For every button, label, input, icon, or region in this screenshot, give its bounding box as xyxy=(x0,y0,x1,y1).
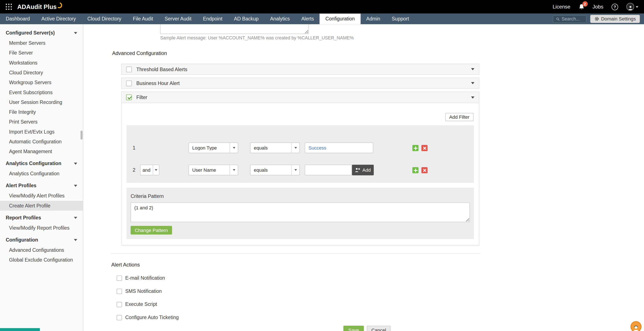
accordion-filter[interactable]: Filter xyxy=(122,92,479,103)
add-value-button[interactable]: Add xyxy=(352,165,374,175)
tab-file-audit[interactable]: File Audit xyxy=(127,14,159,24)
advanced-configuration-title: Advanced Configuration xyxy=(112,50,167,56)
auto-ticketing-checkbox[interactable] xyxy=(116,315,122,320)
accordion-business-hour-alert[interactable]: Business Hour Alert xyxy=(121,77,480,89)
notifications-button[interactable]: 2 xyxy=(578,3,584,10)
tab-configuration[interactable]: Configuration xyxy=(320,14,360,24)
user-menu[interactable] xyxy=(626,3,638,11)
chevron-down-icon xyxy=(153,165,159,175)
filter-value-input[interactable] xyxy=(305,142,373,153)
sidebar-item-agent-management[interactable]: Agent Management xyxy=(0,147,83,156)
alert-action-execute-script[interactable]: Execute Script xyxy=(116,301,157,307)
remove-condition-button[interactable] xyxy=(421,145,428,151)
email-notification-checkbox[interactable] xyxy=(116,275,122,281)
main-content: Sample Alert message: User %ACCOUNT_NAME… xyxy=(83,24,644,331)
sidebar-scrollbar-thumb[interactable] xyxy=(80,131,83,139)
domain-settings-button[interactable]: Domain Settings xyxy=(590,15,640,23)
add-condition-button[interactable] xyxy=(412,167,418,173)
person-icon xyxy=(628,5,633,10)
tab-cloud-directory[interactable]: Cloud Directory xyxy=(82,14,127,24)
sidebar: Configured Server(s) Member Servers File… xyxy=(0,24,83,331)
chevron-down-icon xyxy=(471,82,474,84)
operator-select[interactable]: equals xyxy=(250,165,300,175)
threshold-alerts-checkbox[interactable] xyxy=(126,66,132,72)
alert-message-textarea[interactable] xyxy=(160,24,309,34)
execute-script-checkbox[interactable] xyxy=(116,302,122,307)
sidebar-section-analytics-configuration[interactable]: Analytics Configuration xyxy=(0,157,83,169)
sidebar-item-workstations[interactable]: Workstations xyxy=(0,58,83,68)
field-select[interactable]: User Name xyxy=(188,165,238,175)
search-box[interactable] xyxy=(552,15,586,23)
sidebar-item-advanced-configurations[interactable]: Advanced Configurations xyxy=(0,245,83,255)
cancel-button[interactable]: Cancel xyxy=(367,326,390,331)
sidebar-item-member-servers[interactable]: Member Servers xyxy=(0,38,83,48)
add-filter-button[interactable]: Add Filter xyxy=(445,113,474,121)
sidebar-item-file-server[interactable]: File Server xyxy=(0,48,83,58)
field-select[interactable]: Logon Type xyxy=(188,142,238,153)
support-chat-button[interactable] xyxy=(630,321,642,331)
sidebar-item-analytics-configuration[interactable]: Analytics Configuration xyxy=(0,169,83,179)
sidebar-item-print-servers[interactable]: Print Servers xyxy=(0,117,83,127)
app-launcher-icon[interactable] xyxy=(6,3,12,10)
change-pattern-button[interactable]: Change Pattern xyxy=(131,226,172,234)
add-value-label: Add xyxy=(362,168,370,173)
help-button[interactable]: ? xyxy=(612,3,618,10)
tab-admin[interactable]: Admin xyxy=(360,14,386,24)
section-divider xyxy=(111,254,480,254)
chevron-down-icon xyxy=(471,68,474,70)
notification-badge: 2 xyxy=(582,1,588,6)
remove-condition-button[interactable] xyxy=(421,167,428,173)
tab-alerts[interactable]: Alerts xyxy=(296,14,320,24)
search-input[interactable] xyxy=(562,16,583,21)
sidebar-section-configuration[interactable]: Configuration xyxy=(0,233,83,245)
tab-analytics[interactable]: Analytics xyxy=(264,14,296,24)
alert-action-auto-ticketing[interactable]: Configure Auto Ticketing xyxy=(116,315,178,320)
sms-notification-checkbox[interactable] xyxy=(116,288,122,294)
tab-active-directory[interactable]: Active Directory xyxy=(36,14,82,24)
sidebar-item-view-modify-alert-profiles[interactable]: View/Modify Alert Profiles xyxy=(0,191,83,201)
criteria-pattern-textarea[interactable]: (1 and 2) xyxy=(131,203,470,222)
sidebar-section-alert-profiles[interactable]: Alert Profiles xyxy=(0,179,83,191)
tab-server-audit[interactable]: Server Audit xyxy=(159,14,197,24)
tab-dashboard[interactable]: Dashboard xyxy=(0,14,36,24)
sidebar-section-report-profiles[interactable]: Report Profiles xyxy=(0,211,83,223)
alert-action-email[interactable]: E-mail Notification xyxy=(116,275,165,281)
filter-rows-panel: 1 Logon Type equals xyxy=(126,125,474,183)
business-hour-checkbox[interactable] xyxy=(126,80,132,86)
sidebar-item-automatic-configuration[interactable]: Automatic Configuration xyxy=(0,137,83,147)
sidebar-item-view-modify-report-profiles[interactable]: View/Modify Report Profiles xyxy=(0,223,83,233)
tab-endpoint[interactable]: Endpoint xyxy=(197,14,228,24)
license-link[interactable]: License xyxy=(552,4,570,9)
sidebar-item-create-alert-profile[interactable]: Create Alert Profile xyxy=(0,201,83,211)
footer-actions: Save Cancel xyxy=(343,326,390,331)
accordion-threshold-based-alerts[interactable]: Threshold Based Alerts xyxy=(121,64,480,75)
sidebar-item-import-evt-evtx-logs[interactable]: Import Evt/Evtx Logs xyxy=(0,127,83,137)
tab-ad-backup[interactable]: AD Backup xyxy=(228,14,264,24)
main-nav: Dashboard Active Directory Cloud Directo… xyxy=(0,14,644,24)
sidebar-item-workgroup-servers[interactable]: Workgroup Servers xyxy=(0,77,83,87)
sidebar-item-file-integrity[interactable]: File Integrity xyxy=(0,107,83,117)
alert-action-sms[interactable]: SMS Notification xyxy=(116,288,162,294)
chevron-down-icon xyxy=(471,96,474,98)
sidebar-item-cloud-directory[interactable]: Cloud Directory xyxy=(0,68,83,77)
operator-select[interactable]: equals xyxy=(250,142,300,153)
sidebar-item-user-session-recording[interactable]: User Session Recording xyxy=(0,97,83,107)
filter-value-input[interactable] xyxy=(305,165,352,175)
selected-logical-operator: and xyxy=(140,168,153,173)
filter-checkbox[interactable] xyxy=(126,94,132,100)
chevron-down-icon xyxy=(74,217,77,219)
sidebar-section-configured-servers[interactable]: Configured Server(s) xyxy=(0,26,83,38)
sidebar-item-global-exclude-configuration[interactable]: Global Exclude Configuration xyxy=(0,255,83,265)
add-condition-button[interactable] xyxy=(412,145,418,151)
tab-support[interactable]: Support xyxy=(386,14,415,24)
sidebar-item-event-subscriptions[interactable]: Event Subscriptions xyxy=(0,87,83,97)
app-logo: ADAudit Plus xyxy=(17,3,63,10)
nav-right: Domain Settings xyxy=(552,14,644,24)
app-logo-text: ADAudit Plus xyxy=(17,3,57,10)
filter-row-number: 1 xyxy=(133,145,136,151)
domain-settings-label: Domain Settings xyxy=(601,16,636,21)
selected-field: Logon Type xyxy=(189,145,230,150)
jobs-link[interactable]: Jobs xyxy=(592,4,603,9)
logical-operator-select[interactable]: and xyxy=(140,165,160,175)
save-button[interactable]: Save xyxy=(343,326,364,331)
